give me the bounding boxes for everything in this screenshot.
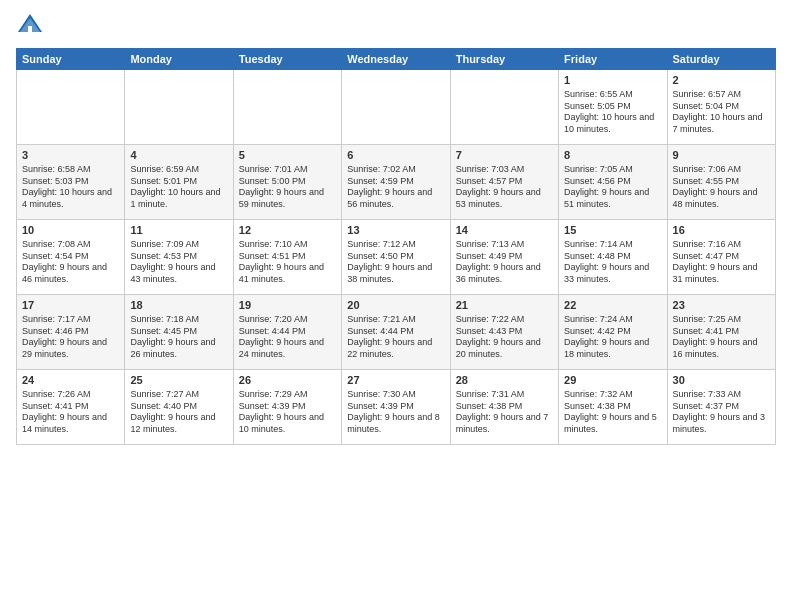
- day-info: Sunrise: 7:32 AM Sunset: 4:38 PM Dayligh…: [564, 389, 661, 436]
- svg-rect-2: [28, 26, 32, 32]
- day-number: 7: [456, 148, 553, 163]
- day-number: 15: [564, 223, 661, 238]
- day-info: Sunrise: 6:59 AM Sunset: 5:01 PM Dayligh…: [130, 164, 227, 211]
- calendar-cell: 1Sunrise: 6:55 AM Sunset: 5:05 PM Daylig…: [559, 70, 667, 145]
- day-number: 17: [22, 298, 119, 313]
- calendar: SundayMondayTuesdayWednesdayThursdayFrid…: [16, 48, 776, 445]
- calendar-cell: 15Sunrise: 7:14 AM Sunset: 4:48 PM Dayli…: [559, 220, 667, 295]
- day-number: 23: [673, 298, 770, 313]
- calendar-cell: 4Sunrise: 6:59 AM Sunset: 5:01 PM Daylig…: [125, 145, 233, 220]
- day-number: 5: [239, 148, 336, 163]
- day-number: 8: [564, 148, 661, 163]
- day-number: 25: [130, 373, 227, 388]
- calendar-cell: [233, 70, 341, 145]
- calendar-cell: 6Sunrise: 7:02 AM Sunset: 4:59 PM Daylig…: [342, 145, 450, 220]
- day-number: 4: [130, 148, 227, 163]
- day-number: 27: [347, 373, 444, 388]
- day-info: Sunrise: 7:03 AM Sunset: 4:57 PM Dayligh…: [456, 164, 553, 211]
- day-number: 6: [347, 148, 444, 163]
- day-number: 16: [673, 223, 770, 238]
- weekday-header-tuesday: Tuesday: [233, 49, 341, 70]
- week-row-2: 10Sunrise: 7:08 AM Sunset: 4:54 PM Dayli…: [17, 220, 776, 295]
- weekday-header-monday: Monday: [125, 49, 233, 70]
- day-number: 28: [456, 373, 553, 388]
- day-info: Sunrise: 7:06 AM Sunset: 4:55 PM Dayligh…: [673, 164, 770, 211]
- day-number: 3: [22, 148, 119, 163]
- day-number: 19: [239, 298, 336, 313]
- day-info: Sunrise: 7:01 AM Sunset: 5:00 PM Dayligh…: [239, 164, 336, 211]
- calendar-cell: 12Sunrise: 7:10 AM Sunset: 4:51 PM Dayli…: [233, 220, 341, 295]
- day-number: 20: [347, 298, 444, 313]
- day-number: 18: [130, 298, 227, 313]
- day-number: 1: [564, 73, 661, 88]
- calendar-cell: 21Sunrise: 7:22 AM Sunset: 4:43 PM Dayli…: [450, 295, 558, 370]
- logo-icon: [16, 12, 44, 40]
- day-number: 13: [347, 223, 444, 238]
- day-info: Sunrise: 7:30 AM Sunset: 4:39 PM Dayligh…: [347, 389, 444, 436]
- calendar-cell: 25Sunrise: 7:27 AM Sunset: 4:40 PM Dayli…: [125, 370, 233, 445]
- day-info: Sunrise: 7:33 AM Sunset: 4:37 PM Dayligh…: [673, 389, 770, 436]
- header: [16, 12, 776, 40]
- weekday-header-sunday: Sunday: [17, 49, 125, 70]
- calendar-cell: 9Sunrise: 7:06 AM Sunset: 4:55 PM Daylig…: [667, 145, 775, 220]
- logo: [16, 12, 48, 40]
- calendar-cell: 13Sunrise: 7:12 AM Sunset: 4:50 PM Dayli…: [342, 220, 450, 295]
- day-info: Sunrise: 7:14 AM Sunset: 4:48 PM Dayligh…: [564, 239, 661, 286]
- day-info: Sunrise: 7:20 AM Sunset: 4:44 PM Dayligh…: [239, 314, 336, 361]
- day-info: Sunrise: 7:31 AM Sunset: 4:38 PM Dayligh…: [456, 389, 553, 436]
- calendar-cell: [17, 70, 125, 145]
- calendar-cell: [342, 70, 450, 145]
- day-number: 12: [239, 223, 336, 238]
- calendar-cell: 29Sunrise: 7:32 AM Sunset: 4:38 PM Dayli…: [559, 370, 667, 445]
- calendar-cell: 30Sunrise: 7:33 AM Sunset: 4:37 PM Dayli…: [667, 370, 775, 445]
- calendar-cell: 3Sunrise: 6:58 AM Sunset: 5:03 PM Daylig…: [17, 145, 125, 220]
- day-info: Sunrise: 6:55 AM Sunset: 5:05 PM Dayligh…: [564, 89, 661, 136]
- calendar-cell: 17Sunrise: 7:17 AM Sunset: 4:46 PM Dayli…: [17, 295, 125, 370]
- day-info: Sunrise: 7:25 AM Sunset: 4:41 PM Dayligh…: [673, 314, 770, 361]
- day-number: 14: [456, 223, 553, 238]
- page: SundayMondayTuesdayWednesdayThursdayFrid…: [0, 0, 792, 612]
- calendar-cell: 7Sunrise: 7:03 AM Sunset: 4:57 PM Daylig…: [450, 145, 558, 220]
- day-info: Sunrise: 7:22 AM Sunset: 4:43 PM Dayligh…: [456, 314, 553, 361]
- calendar-cell: 23Sunrise: 7:25 AM Sunset: 4:41 PM Dayli…: [667, 295, 775, 370]
- calendar-cell: 27Sunrise: 7:30 AM Sunset: 4:39 PM Dayli…: [342, 370, 450, 445]
- day-info: Sunrise: 7:21 AM Sunset: 4:44 PM Dayligh…: [347, 314, 444, 361]
- day-number: 22: [564, 298, 661, 313]
- day-number: 24: [22, 373, 119, 388]
- day-info: Sunrise: 7:17 AM Sunset: 4:46 PM Dayligh…: [22, 314, 119, 361]
- day-info: Sunrise: 7:29 AM Sunset: 4:39 PM Dayligh…: [239, 389, 336, 436]
- day-info: Sunrise: 6:58 AM Sunset: 5:03 PM Dayligh…: [22, 164, 119, 211]
- calendar-cell: 5Sunrise: 7:01 AM Sunset: 5:00 PM Daylig…: [233, 145, 341, 220]
- calendar-cell: 16Sunrise: 7:16 AM Sunset: 4:47 PM Dayli…: [667, 220, 775, 295]
- weekday-header-friday: Friday: [559, 49, 667, 70]
- weekday-header-wednesday: Wednesday: [342, 49, 450, 70]
- calendar-cell: 19Sunrise: 7:20 AM Sunset: 4:44 PM Dayli…: [233, 295, 341, 370]
- calendar-cell: 24Sunrise: 7:26 AM Sunset: 4:41 PM Dayli…: [17, 370, 125, 445]
- weekday-header-row: SundayMondayTuesdayWednesdayThursdayFrid…: [17, 49, 776, 70]
- week-row-0: 1Sunrise: 6:55 AM Sunset: 5:05 PM Daylig…: [17, 70, 776, 145]
- day-number: 21: [456, 298, 553, 313]
- day-number: 30: [673, 373, 770, 388]
- day-number: 26: [239, 373, 336, 388]
- day-number: 2: [673, 73, 770, 88]
- weekday-header-thursday: Thursday: [450, 49, 558, 70]
- calendar-cell: [125, 70, 233, 145]
- day-info: Sunrise: 7:08 AM Sunset: 4:54 PM Dayligh…: [22, 239, 119, 286]
- calendar-cell: 2Sunrise: 6:57 AM Sunset: 5:04 PM Daylig…: [667, 70, 775, 145]
- day-number: 29: [564, 373, 661, 388]
- day-number: 10: [22, 223, 119, 238]
- day-info: Sunrise: 7:10 AM Sunset: 4:51 PM Dayligh…: [239, 239, 336, 286]
- calendar-cell: 18Sunrise: 7:18 AM Sunset: 4:45 PM Dayli…: [125, 295, 233, 370]
- calendar-cell: 14Sunrise: 7:13 AM Sunset: 4:49 PM Dayli…: [450, 220, 558, 295]
- day-info: Sunrise: 7:18 AM Sunset: 4:45 PM Dayligh…: [130, 314, 227, 361]
- week-row-4: 24Sunrise: 7:26 AM Sunset: 4:41 PM Dayli…: [17, 370, 776, 445]
- day-info: Sunrise: 7:05 AM Sunset: 4:56 PM Dayligh…: [564, 164, 661, 211]
- week-row-1: 3Sunrise: 6:58 AM Sunset: 5:03 PM Daylig…: [17, 145, 776, 220]
- calendar-cell: [450, 70, 558, 145]
- day-info: Sunrise: 6:57 AM Sunset: 5:04 PM Dayligh…: [673, 89, 770, 136]
- calendar-cell: 28Sunrise: 7:31 AM Sunset: 4:38 PM Dayli…: [450, 370, 558, 445]
- day-info: Sunrise: 7:27 AM Sunset: 4:40 PM Dayligh…: [130, 389, 227, 436]
- day-info: Sunrise: 7:26 AM Sunset: 4:41 PM Dayligh…: [22, 389, 119, 436]
- day-info: Sunrise: 7:02 AM Sunset: 4:59 PM Dayligh…: [347, 164, 444, 211]
- calendar-body: 1Sunrise: 6:55 AM Sunset: 5:05 PM Daylig…: [17, 70, 776, 445]
